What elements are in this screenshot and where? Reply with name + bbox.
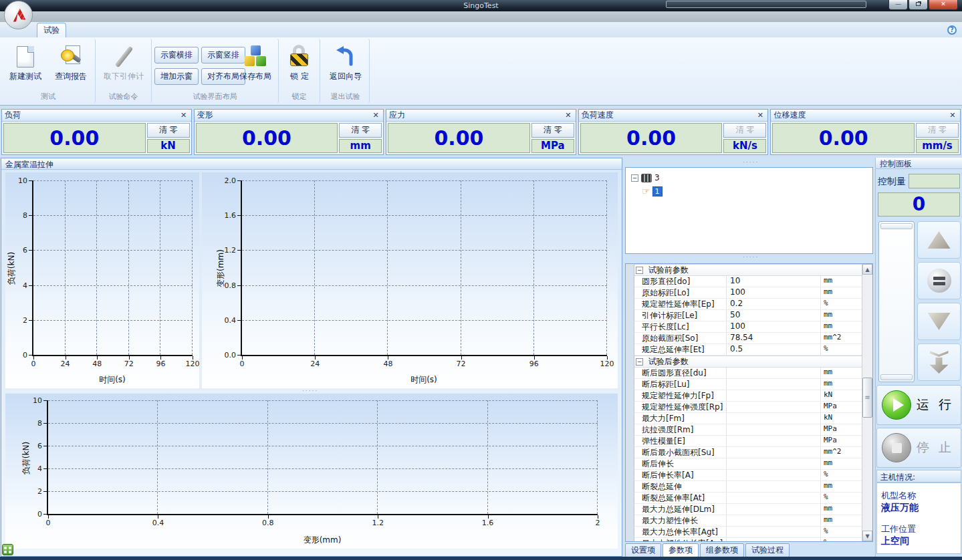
lock-button[interactable]: 锁 定 — [277, 43, 322, 91]
splitter-handle[interactable]: ····· — [743, 159, 759, 166]
scroll-down-icon[interactable]: ▼ — [862, 531, 872, 541]
param-value[interactable] — [727, 413, 821, 424]
clear-zero-button[interactable]: 清 零 — [147, 123, 190, 138]
specimen-tree[interactable]: − 3 ☞ 1 — [625, 167, 873, 254]
app-logo[interactable] — [4, 1, 33, 29]
param-value[interactable] — [727, 515, 821, 526]
tab-inactive[interactable]: 组参数项 — [700, 543, 744, 557]
param-value[interactable]: 50 — [727, 310, 821, 321]
param-row[interactable]: 抗拉强度[Rm]MPa — [634, 424, 862, 436]
param-row[interactable]: 最大力塑性伸长mm — [634, 515, 862, 527]
clear-zero-button[interactable]: 清 零 — [531, 123, 574, 138]
tab-active[interactable]: 参数项 — [663, 543, 699, 557]
splitter-handle[interactable]: ····· — [743, 254, 759, 261]
y-tick-label: 8 — [37, 419, 42, 428]
control-quantity-input[interactable] — [909, 174, 960, 188]
close-icon[interactable]: ✕ — [755, 111, 765, 120]
chart-load-time[interactable]: 0246810024487296120时间(s)负荷(kN) — [5, 172, 199, 388]
param-value[interactable] — [727, 458, 821, 469]
param-row[interactable]: 平行长度[Lc]100mm — [634, 321, 862, 333]
return-wizard-button[interactable]: 返回向导 — [324, 43, 368, 91]
param-value[interactable] — [727, 402, 821, 412]
param-row[interactable]: 断后伸长mm — [634, 458, 862, 470]
param-value[interactable] — [727, 481, 821, 492]
param-row[interactable]: 规定塑性延伸强度[Rp]MPa — [634, 402, 862, 413]
collapse-icon[interactable]: − — [636, 267, 643, 274]
param-row[interactable]: 引伸计标距[Le]50mm — [634, 310, 862, 321]
param-row[interactable]: 断后伸长率[A]% — [634, 470, 862, 481]
param-row[interactable]: 规定塑性延伸力[Fp]kN — [634, 390, 862, 402]
param-row[interactable]: 规定塑性延伸率[Ep]0.2% — [634, 299, 862, 310]
param-value[interactable] — [727, 527, 821, 537]
close-icon[interactable]: ✕ — [371, 111, 380, 120]
close-icon[interactable]: ✕ — [564, 111, 573, 120]
add-window-button[interactable]: 增加示窗 — [154, 68, 199, 85]
new-test-button[interactable]: 新建测试 — [3, 43, 47, 91]
param-row[interactable]: 最大力[Fm]kN — [634, 413, 862, 424]
param-value[interactable] — [727, 447, 821, 458]
param-row[interactable]: 断裂总延伸mm — [634, 481, 862, 493]
param-row[interactable]: 断后最小截面积[Su]mm^2 — [634, 447, 862, 458]
param-value[interactable]: 100 — [727, 287, 821, 298]
param-row[interactable]: 最大力塑性伸长率[Ag]% — [634, 538, 862, 541]
scroll-up-icon[interactable]: ▲ — [862, 264, 872, 275]
windows-horizontal-button[interactable]: 示窗横排 — [154, 47, 199, 63]
param-value[interactable]: 0.5 — [727, 344, 821, 355]
param-value[interactable] — [727, 368, 821, 378]
param-row[interactable]: 原始截面积[So]78.54mm^2 — [634, 333, 862, 344]
chart-load-deform[interactable]: 024681000.40.81.21.62变形(mm)负荷(kN) — [5, 394, 618, 549]
slider-cap-bottom[interactable] — [880, 374, 913, 380]
param-row[interactable]: 断后标距[Lu]mm — [634, 379, 862, 390]
close-icon[interactable]: ✕ — [948, 111, 957, 120]
param-value[interactable]: 10 — [727, 276, 821, 287]
tree-root-node[interactable]: − 3 — [631, 172, 872, 184]
close-icon[interactable]: ✕ — [179, 111, 189, 120]
fast-down-button[interactable] — [917, 343, 961, 381]
param-value[interactable] — [727, 436, 821, 446]
param-value[interactable] — [727, 470, 821, 480]
param-value[interactable] — [727, 424, 821, 435]
query-report-button[interactable]: 查询报告 — [49, 43, 93, 91]
param-value[interactable] — [727, 390, 821, 401]
param-value[interactable] — [727, 538, 821, 541]
param-value[interactable] — [727, 493, 821, 503]
scroll-thumb[interactable] — [862, 378, 872, 418]
save-layout-label: 保存布局 — [233, 71, 277, 82]
clear-zero-button[interactable]: 清 零 — [339, 123, 382, 138]
move-down-button[interactable] — [917, 303, 961, 340]
scrollbar[interactable]: ▲ ▼ — [862, 264, 872, 541]
layout-grid-icon[interactable] — [2, 544, 13, 555]
restore-icon[interactable] — [909, 0, 928, 10]
help-icon[interactable]: ? — [947, 25, 957, 35]
minimize-icon[interactable]: — — [888, 0, 908, 10]
slider-cap-top[interactable] — [880, 223, 913, 229]
parameter-section-header[interactable]: − 试验前参数 — [634, 264, 862, 276]
param-row[interactable]: 弹性模量[E]MPa — [634, 436, 862, 447]
param-row[interactable]: 最大力总延伸[DLm]mm — [634, 504, 862, 515]
param-row[interactable]: 原始标距[Lo]100mm — [634, 287, 862, 299]
tab-inactive[interactable]: 试验过程 — [745, 543, 790, 557]
tab-test[interactable]: 试验 — [37, 23, 66, 37]
chart-deform-time[interactable]: 0.00.40.81.21.62.0024487296120时间(s)变形(mm… — [202, 172, 618, 388]
param-row[interactable]: 圆形直径[do]10mm — [634, 276, 862, 287]
parameter-section-header[interactable]: − 试验后参数 — [634, 356, 862, 368]
tab-inactive[interactable]: 设置项 — [625, 543, 661, 557]
param-value[interactable] — [727, 379, 821, 390]
save-layout-button[interactable]: 保存布局 — [233, 43, 277, 91]
collapse-icon[interactable]: − — [631, 174, 638, 182]
tree-child-node[interactable]: ☞ 1 — [642, 185, 872, 197]
move-up-button[interactable] — [917, 221, 961, 259]
control-slider[interactable] — [878, 221, 915, 382]
param-value[interactable]: 100 — [727, 321, 821, 332]
param-value[interactable]: 0.2 — [727, 299, 821, 309]
close-icon[interactable]: ✕ — [929, 0, 958, 10]
param-row[interactable]: 断后圆形直径[du]mm — [634, 368, 862, 379]
param-value[interactable] — [727, 504, 821, 515]
hold-button[interactable] — [917, 262, 961, 299]
param-row[interactable]: 最大力总伸长率[Agt]% — [634, 527, 862, 538]
collapse-icon[interactable]: − — [636, 358, 643, 366]
param-row[interactable]: 规定总延伸率[Et]0.5% — [634, 344, 862, 356]
param-value[interactable]: 78.54 — [727, 333, 821, 343]
run-button[interactable]: 运 行 — [876, 385, 961, 425]
param-row[interactable]: 断裂总延伸率[At]% — [634, 493, 862, 504]
